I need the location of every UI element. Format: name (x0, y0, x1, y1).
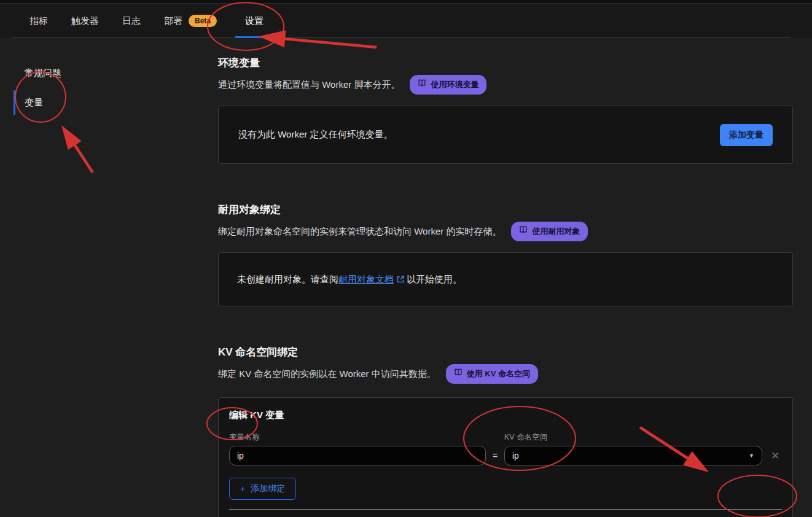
kv-binding-row: 变量名称 = KV 命名空间 ip ▼ ✕ (229, 432, 782, 465)
chevron-down-icon: ▼ (749, 453, 754, 459)
durable-empty-text: 未创建耐用对象。请查阅耐用对象文档以开始使用。 (237, 274, 462, 286)
env-empty-text: 没有为此 Worker 定义任何环境变量。 (238, 129, 392, 141)
durable-empty-panel: 未创建耐用对象。请查阅耐用对象文档以开始使用。 (218, 252, 793, 306)
tab-bar: 指标 触发器 日志 部署 Beta 设置 (0, 4, 812, 38)
kv-desc-text: 绑定 KV 命名空间的实例以在 Worker 中访问其数据。 (218, 367, 436, 381)
sidebar-item-general[interactable]: 常规问题 (14, 64, 218, 82)
close-icon: ✕ (771, 449, 779, 462)
variable-name-input[interactable] (229, 446, 486, 465)
env-doc-badge-label: 使用环境变量 (431, 77, 478, 92)
durable-doc-badge[interactable]: 使用耐用对象 (511, 222, 588, 241)
variable-name-label: 变量名称 (229, 432, 486, 442)
beta-badge: Beta (189, 15, 217, 27)
durable-docs-link[interactable]: 耐用对象文档 (338, 274, 394, 284)
tab-settings[interactable]: 设置 (235, 4, 273, 38)
content-area: 常规问题 变量 环境变量 通过环境变量将配置值与 Worker 脚本分开。 使用… (0, 38, 812, 517)
kv-namespace-selected-value: ip (512, 451, 519, 461)
external-link-icon (396, 275, 405, 284)
equals-sign: = (486, 446, 504, 465)
workers-settings-page: 指标 触发器 日志 部署 Beta 设置 常规问题 变量 环境变量 (0, 0, 812, 517)
durable-desc-text: 绑定耐用对象命名空间的实例来管理状态和访问 Worker 的实时存储。 (218, 224, 501, 239)
kv-namespace-select[interactable]: ip ▼ (504, 446, 762, 465)
plus-icon: + (240, 484, 245, 494)
book-icon (519, 224, 528, 239)
kv-form-title: 编辑 KV 变量 (229, 409, 782, 421)
tab-triggers[interactable]: 触发器 (66, 4, 104, 38)
env-section-title: 环境变量 (218, 56, 793, 70)
env-empty-panel: 没有为此 Worker 定义任何环境变量。 添加变量 (218, 106, 793, 164)
tab-logs-label: 日志 (122, 15, 141, 27)
durable-section-desc: 绑定耐用对象命名空间的实例来管理状态和访问 Worker 的实时存储。 使用耐用… (218, 222, 793, 241)
tab-metrics-label: 指标 (29, 15, 48, 27)
tab-metrics[interactable]: 指标 (25, 4, 53, 38)
book-icon (418, 77, 426, 92)
kv-section-desc: 绑定 KV 命名空间的实例以在 Worker 中访问其数据。 使用 KV 命名空… (218, 364, 793, 384)
tab-logs[interactable]: 日志 (117, 4, 146, 38)
sidebar-item-general-label: 常规问题 (25, 68, 61, 79)
tab-deployments-label: 部署 (164, 15, 182, 27)
settings-main: 环境变量 通过环境变量将配置值与 Worker 脚本分开。 使用环境变量 没有为… (218, 38, 793, 517)
durable-empty-prefix: 未创建耐用对象。请查阅 (237, 274, 338, 284)
kv-section-title: KV 命名空间绑定 (218, 346, 793, 359)
env-doc-badge[interactable]: 使用环境变量 (410, 75, 486, 95)
tab-settings-label: 设置 (245, 15, 264, 27)
kv-namespace-field-group: KV 命名空间 ip ▼ (504, 432, 762, 465)
kv-doc-badge-label: 使用 KV 命名空间 (467, 367, 530, 381)
env-desc-text: 通过环境变量将配置值与 Worker 脚本分开。 (218, 77, 400, 92)
sidebar-item-variables[interactable]: 变量 (14, 90, 218, 115)
add-variable-button[interactable]: 添加变量 (720, 124, 773, 146)
durable-doc-badge-label: 使用耐用对象 (532, 224, 580, 239)
add-binding-label: 添加绑定 (251, 483, 285, 494)
remove-binding-button[interactable]: ✕ (768, 446, 782, 465)
variable-name-field-group: 变量名称 (229, 432, 486, 465)
book-icon (454, 367, 463, 381)
tab-triggers-label: 触发器 (71, 15, 99, 27)
add-binding-button[interactable]: + 添加绑定 (229, 478, 296, 500)
tab-deployments[interactable]: 部署 Beta (159, 4, 222, 38)
kv-edit-panel: 编辑 KV 变量 变量名称 = KV 命名空间 ip ▼ ✕ (218, 397, 793, 517)
kv-doc-badge[interactable]: 使用 KV 命名空间 (446, 364, 538, 384)
kv-namespace-label: KV 命名空间 (504, 432, 762, 442)
form-divider (229, 509, 782, 510)
settings-sidebar: 常规问题 变量 (0, 38, 218, 517)
durable-section-title: 耐用对象绑定 (218, 203, 793, 217)
env-section-desc: 通过环境变量将配置值与 Worker 脚本分开。 使用环境变量 (218, 75, 793, 95)
sidebar-item-variables-label: 变量 (25, 97, 43, 109)
durable-empty-suffix: 以开始使用。 (407, 274, 462, 284)
